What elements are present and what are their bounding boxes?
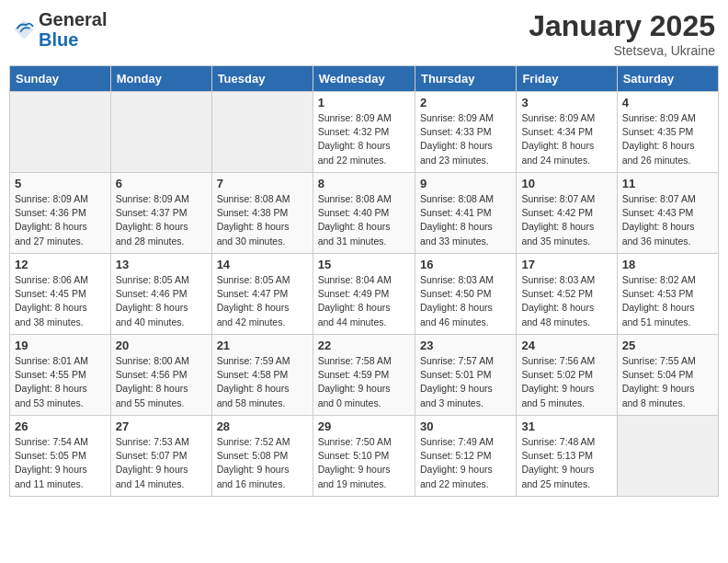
day-number: 16 (420, 258, 511, 271)
day-number: 6 (116, 177, 207, 190)
day-info: Sunrise: 8:03 AMSunset: 4:50 PMDaylight:… (420, 273, 511, 329)
day-number: 8 (318, 177, 410, 190)
svg-marker-0 (14, 19, 34, 40)
logo-blue: Blue (39, 29, 78, 50)
weekday-header: Sunday (10, 66, 111, 92)
weekday-header: Wednesday (313, 66, 415, 92)
day-number: 10 (521, 177, 611, 190)
day-info: Sunrise: 8:08 AMSunset: 4:38 PMDaylight:… (217, 192, 308, 248)
day-number: 31 (521, 419, 611, 433)
day-info: Sunrise: 8:05 AMSunset: 4:47 PMDaylight:… (217, 273, 308, 329)
logo-general: General (39, 9, 107, 29)
calendar-cell: 14Sunrise: 8:05 AMSunset: 4:47 PMDayligh… (211, 254, 313, 335)
calendar-cell: 19Sunrise: 8:01 AMSunset: 4:55 PMDayligh… (10, 335, 111, 416)
day-info: Sunrise: 8:09 AMSunset: 4:37 PMDaylight:… (116, 192, 207, 248)
day-info: Sunrise: 7:57 AMSunset: 5:01 PMDaylight:… (420, 354, 511, 410)
day-info: Sunrise: 8:09 AMSunset: 4:33 PMDaylight:… (420, 111, 511, 167)
calendar-cell: 18Sunrise: 8:02 AMSunset: 4:53 PMDayligh… (617, 254, 718, 335)
calendar-cell: 12Sunrise: 8:06 AMSunset: 4:45 PMDayligh… (10, 254, 111, 335)
day-number: 21 (217, 339, 308, 352)
calendar-cell: 6Sunrise: 8:09 AMSunset: 4:37 PMDaylight… (110, 173, 211, 254)
day-info: Sunrise: 8:05 AMSunset: 4:46 PMDaylight:… (116, 273, 207, 329)
logo-icon (13, 18, 35, 40)
calendar-cell: 17Sunrise: 8:03 AMSunset: 4:52 PMDayligh… (517, 254, 617, 335)
day-number: 11 (622, 177, 713, 190)
day-info: Sunrise: 8:09 AMSunset: 4:36 PMDaylight:… (15, 192, 106, 248)
day-number: 24 (521, 339, 611, 352)
location-subtitle: Stetseva, Ukraine (529, 43, 715, 58)
day-number: 14 (217, 258, 308, 271)
day-info: Sunrise: 8:07 AMSunset: 4:43 PMDaylight:… (622, 192, 713, 248)
day-info: Sunrise: 8:09 AMSunset: 4:35 PMDaylight:… (622, 111, 713, 167)
calendar-table: SundayMondayTuesdayWednesdayThursdayFrid… (9, 65, 719, 497)
calendar-cell (110, 92, 211, 173)
day-number: 28 (217, 419, 308, 433)
weekday-header: Monday (110, 66, 211, 92)
day-number: 17 (521, 258, 611, 271)
calendar-cell: 30Sunrise: 7:49 AMSunset: 5:12 PMDayligh… (415, 416, 516, 497)
calendar-cell: 20Sunrise: 8:00 AMSunset: 4:56 PMDayligh… (110, 335, 211, 416)
day-info: Sunrise: 7:50 AMSunset: 5:10 PMDaylight:… (318, 435, 410, 491)
day-number: 25 (622, 339, 713, 352)
day-number: 26 (15, 419, 106, 433)
day-number: 19 (15, 339, 106, 352)
calendar-cell: 21Sunrise: 7:59 AMSunset: 4:58 PMDayligh… (211, 335, 313, 416)
calendar-cell: 15Sunrise: 8:04 AMSunset: 4:49 PMDayligh… (313, 254, 415, 335)
calendar-cell: 9Sunrise: 8:08 AMSunset: 4:41 PMDaylight… (415, 173, 516, 254)
day-number: 29 (318, 419, 410, 433)
day-number: 7 (217, 177, 308, 190)
day-info: Sunrise: 8:07 AMSunset: 4:42 PMDaylight:… (521, 192, 611, 248)
calendar-cell: 1Sunrise: 8:09 AMSunset: 4:32 PMDaylight… (313, 92, 415, 173)
calendar-cell: 11Sunrise: 8:07 AMSunset: 4:43 PMDayligh… (617, 173, 718, 254)
day-info: Sunrise: 7:48 AMSunset: 5:13 PMDaylight:… (521, 435, 611, 491)
calendar-week-row: 1Sunrise: 8:09 AMSunset: 4:32 PMDaylight… (10, 92, 719, 173)
calendar-cell: 22Sunrise: 7:58 AMSunset: 4:59 PMDayligh… (313, 335, 415, 416)
calendar-cell: 5Sunrise: 8:09 AMSunset: 4:36 PMDaylight… (10, 173, 111, 254)
day-number: 12 (15, 258, 106, 271)
calendar-header-row: SundayMondayTuesdayWednesdayThursdayFrid… (10, 66, 719, 92)
calendar-week-row: 12Sunrise: 8:06 AMSunset: 4:45 PMDayligh… (10, 254, 719, 335)
calendar-cell: 3Sunrise: 8:09 AMSunset: 4:34 PMDaylight… (517, 92, 617, 173)
calendar-week-row: 5Sunrise: 8:09 AMSunset: 4:36 PMDaylight… (10, 173, 719, 254)
day-info: Sunrise: 8:06 AMSunset: 4:45 PMDaylight:… (15, 273, 106, 329)
day-info: Sunrise: 8:09 AMSunset: 4:32 PMDaylight:… (318, 111, 410, 167)
day-number: 23 (420, 339, 511, 352)
calendar-cell: 27Sunrise: 7:53 AMSunset: 5:07 PMDayligh… (110, 416, 211, 497)
day-number: 1 (318, 96, 410, 109)
day-info: Sunrise: 8:08 AMSunset: 4:40 PMDaylight:… (318, 192, 410, 248)
day-info: Sunrise: 7:59 AMSunset: 4:58 PMDaylight:… (217, 354, 308, 410)
weekday-header: Thursday (415, 66, 516, 92)
calendar-cell (617, 416, 718, 497)
day-info: Sunrise: 8:02 AMSunset: 4:53 PMDaylight:… (622, 273, 713, 329)
day-info: Sunrise: 7:54 AMSunset: 5:05 PMDaylight:… (15, 435, 106, 491)
calendar-cell: 23Sunrise: 7:57 AMSunset: 5:01 PMDayligh… (415, 335, 516, 416)
calendar-week-row: 26Sunrise: 7:54 AMSunset: 5:05 PMDayligh… (10, 416, 719, 497)
weekday-header: Saturday (617, 66, 718, 92)
calendar-cell: 2Sunrise: 8:09 AMSunset: 4:33 PMDaylight… (415, 92, 516, 173)
calendar-cell: 4Sunrise: 8:09 AMSunset: 4:35 PMDaylight… (617, 92, 718, 173)
day-number: 4 (622, 96, 713, 109)
day-info: Sunrise: 8:09 AMSunset: 4:34 PMDaylight:… (521, 111, 611, 167)
day-number: 3 (521, 96, 611, 109)
calendar-cell: 8Sunrise: 8:08 AMSunset: 4:40 PMDaylight… (313, 173, 415, 254)
calendar-cell (10, 92, 111, 173)
day-info: Sunrise: 8:04 AMSunset: 4:49 PMDaylight:… (318, 273, 410, 329)
day-info: Sunrise: 7:58 AMSunset: 4:59 PMDaylight:… (318, 354, 410, 410)
day-info: Sunrise: 8:03 AMSunset: 4:52 PMDaylight:… (521, 273, 611, 329)
calendar-cell: 7Sunrise: 8:08 AMSunset: 4:38 PMDaylight… (211, 173, 313, 254)
day-number: 30 (420, 419, 511, 433)
day-info: Sunrise: 8:00 AMSunset: 4:56 PMDaylight:… (116, 354, 207, 410)
calendar-cell: 24Sunrise: 7:56 AMSunset: 5:02 PMDayligh… (517, 335, 617, 416)
logo: General Blue (13, 9, 107, 50)
day-info: Sunrise: 8:08 AMSunset: 4:41 PMDaylight:… (420, 192, 511, 248)
day-number: 27 (116, 419, 207, 433)
day-number: 9 (420, 177, 511, 190)
day-info: Sunrise: 7:49 AMSunset: 5:12 PMDaylight:… (420, 435, 511, 491)
title-block: January 2025 Stetseva, Ukraine (529, 9, 715, 58)
day-info: Sunrise: 7:55 AMSunset: 5:04 PMDaylight:… (622, 354, 713, 410)
calendar-cell: 28Sunrise: 7:52 AMSunset: 5:08 PMDayligh… (211, 416, 313, 497)
calendar-cell: 25Sunrise: 7:55 AMSunset: 5:04 PMDayligh… (617, 335, 718, 416)
calendar-cell: 10Sunrise: 8:07 AMSunset: 4:42 PMDayligh… (517, 173, 617, 254)
day-number: 15 (318, 258, 410, 271)
calendar-cell (211, 92, 313, 173)
